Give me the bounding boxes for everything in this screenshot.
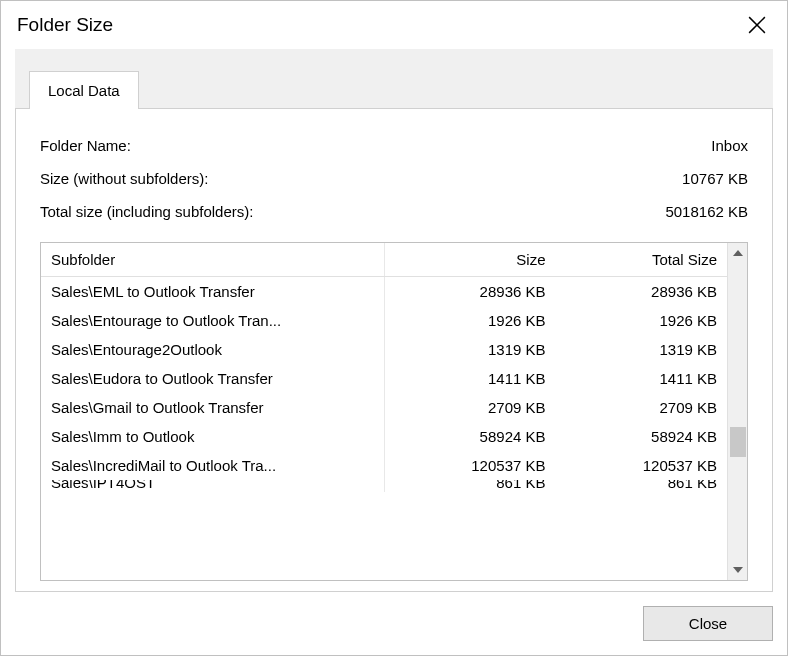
table-row[interactable]: Sales\Imm to Outlook 58924 KB 58924 KB: [41, 422, 727, 451]
button-bar: Close: [1, 592, 787, 655]
cell-total: 58924 KB: [556, 422, 728, 451]
folder-name-label: Folder Name:: [40, 137, 131, 154]
table-row[interactable]: Sales\EML to Outlook Transfer 28936 KB 2…: [41, 277, 727, 307]
tabstrip: Local Data: [15, 49, 773, 109]
cell-size: 1319 KB: [384, 335, 556, 364]
table-row[interactable]: Sales\Eudora to Outlook Transfer 1411 KB…: [41, 364, 727, 393]
cell-subfolder: Sales\Entourage2Outlook: [41, 335, 384, 364]
close-button[interactable]: Close: [643, 606, 773, 641]
total-size-row: Total size (including subfolders): 50181…: [40, 195, 748, 228]
tab-local-data[interactable]: Local Data: [29, 71, 139, 109]
size-value: 10767 KB: [682, 170, 748, 187]
cell-subfolder: Sales\IncrediMail to Outlook Tra...: [41, 451, 384, 480]
header-total-size[interactable]: Total Size: [556, 243, 728, 277]
total-size-value: 5018162 KB: [665, 203, 748, 220]
cell-subfolder: Sales\Imm to Outlook: [41, 422, 384, 451]
size-row: Size (without subfolders): 10767 KB: [40, 162, 748, 195]
scrollbar-thumb[interactable]: [730, 427, 746, 457]
folder-size-dialog: Folder Size Local Data Folder Name: Inbo…: [0, 0, 788, 656]
scrollbar[interactable]: [727, 243, 747, 580]
tab-content: Folder Name: Inbox Size (without subfold…: [15, 109, 773, 592]
cell-total: 1319 KB: [556, 335, 728, 364]
header-subfolder[interactable]: Subfolder: [41, 243, 384, 277]
cell-size: 1411 KB: [384, 364, 556, 393]
cell-size: 1926 KB: [384, 306, 556, 335]
close-icon[interactable]: [743, 11, 771, 39]
cell-total: 28936 KB: [556, 277, 728, 307]
cell-total: 861 KB: [556, 480, 728, 492]
cell-total: 120537 KB: [556, 451, 728, 480]
cell-size: 120537 KB: [384, 451, 556, 480]
table-row[interactable]: Sales\Entourage2Outlook 1319 KB 1319 KB: [41, 335, 727, 364]
chevron-down-icon[interactable]: [728, 560, 748, 580]
subfolder-table: Subfolder Size Total Size Sales\EML to O…: [41, 243, 727, 492]
folder-name-value: Inbox: [711, 137, 748, 154]
cell-total: 1926 KB: [556, 306, 728, 335]
cell-size: 28936 KB: [384, 277, 556, 307]
titlebar: Folder Size: [1, 1, 787, 49]
table-row[interactable]: Sales\Entourage to Outlook Tran... 1926 …: [41, 306, 727, 335]
table-row[interactable]: Sales\IncrediMail to Outlook Tra... 1205…: [41, 451, 727, 480]
subfolder-table-body: Subfolder Size Total Size Sales\EML to O…: [41, 243, 727, 580]
table-header-row: Subfolder Size Total Size: [41, 243, 727, 277]
cell-total: 2709 KB: [556, 393, 728, 422]
header-size[interactable]: Size: [384, 243, 556, 277]
folder-name-row: Folder Name: Inbox: [40, 129, 748, 162]
cell-subfolder: Sales\Gmail to Outlook Transfer: [41, 393, 384, 422]
size-label: Size (without subfolders):: [40, 170, 208, 187]
table-row[interactable]: Sales\Gmail to Outlook Transfer 2709 KB …: [41, 393, 727, 422]
table-row[interactable]: Sales\IPT4OST 861 KB 861 KB: [41, 480, 727, 492]
subfolder-table-container: Subfolder Size Total Size Sales\EML to O…: [40, 242, 748, 581]
chevron-up-icon[interactable]: [728, 243, 748, 263]
cell-subfolder: Sales\EML to Outlook Transfer: [41, 277, 384, 307]
total-size-label: Total size (including subfolders):: [40, 203, 253, 220]
cell-size: 58924 KB: [384, 422, 556, 451]
dialog-title: Folder Size: [17, 14, 113, 36]
cell-size: 2709 KB: [384, 393, 556, 422]
cell-subfolder: Sales\Entourage to Outlook Tran...: [41, 306, 384, 335]
cell-subfolder: Sales\Eudora to Outlook Transfer: [41, 364, 384, 393]
cell-subfolder: Sales\IPT4OST: [41, 480, 384, 492]
cell-total: 1411 KB: [556, 364, 728, 393]
cell-size: 861 KB: [384, 480, 556, 492]
